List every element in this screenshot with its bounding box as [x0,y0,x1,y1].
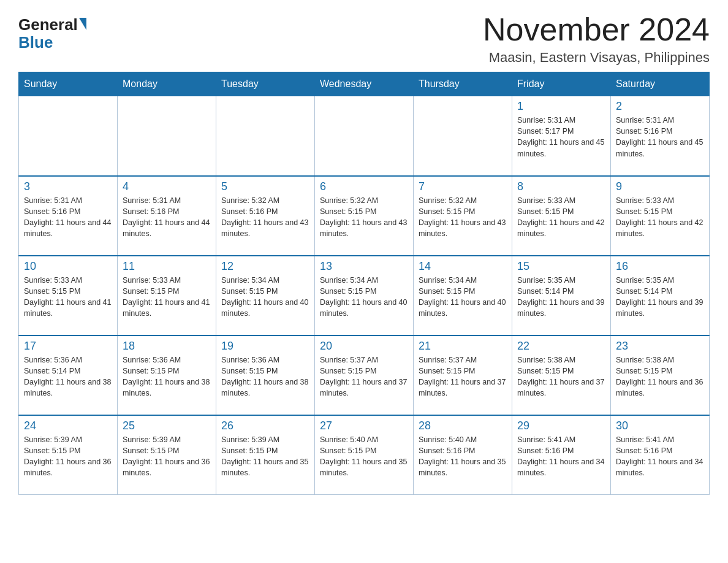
calendar-cell: 11Sunrise: 5:33 AMSunset: 5:15 PMDayligh… [118,256,216,335]
day-number: 2 [616,100,704,113]
calendar-cell: 30Sunrise: 5:41 AMSunset: 5:16 PMDayligh… [611,415,710,495]
subtitle: Maasin, Eastern Visayas, Philippines [483,50,710,66]
day-info: Sunrise: 5:35 AMSunset: 5:14 PMDaylight:… [517,275,605,320]
day-info: Sunrise: 5:32 AMSunset: 5:16 PMDaylight:… [221,195,309,240]
day-info: Sunrise: 5:33 AMSunset: 5:15 PMDaylight:… [616,195,704,240]
day-number: 13 [320,260,408,273]
calendar-cell: 6Sunrise: 5:32 AMSunset: 5:15 PMDaylight… [315,176,414,256]
day-number: 30 [616,419,704,432]
calendar-week-row: 1Sunrise: 5:31 AMSunset: 5:17 PMDaylight… [19,96,710,176]
day-info: Sunrise: 5:33 AMSunset: 5:15 PMDaylight:… [123,275,211,320]
page-header: General Blue November 2024 Maasin, Easte… [18,12,710,66]
calendar-header-tuesday: Tuesday [216,72,315,96]
day-number: 27 [320,419,408,432]
calendar-cell: 18Sunrise: 5:36 AMSunset: 5:15 PMDayligh… [118,335,216,415]
calendar-header-friday: Friday [512,72,611,96]
day-number: 7 [419,180,507,193]
day-info: Sunrise: 5:34 AMSunset: 5:15 PMDaylight:… [221,275,309,320]
calendar-week-row: 17Sunrise: 5:36 AMSunset: 5:14 PMDayligh… [19,335,710,415]
day-info: Sunrise: 5:37 AMSunset: 5:15 PMDaylight:… [320,354,408,399]
day-info: Sunrise: 5:34 AMSunset: 5:15 PMDaylight:… [320,275,408,320]
calendar-week-row: 24Sunrise: 5:39 AMSunset: 5:15 PMDayligh… [19,415,710,495]
calendar-cell: 8Sunrise: 5:33 AMSunset: 5:15 PMDaylight… [512,176,611,256]
day-number: 9 [616,180,704,193]
day-number: 26 [221,419,309,432]
calendar-cell: 28Sunrise: 5:40 AMSunset: 5:16 PMDayligh… [414,415,512,495]
day-number: 12 [221,260,309,273]
calendar-cell: 19Sunrise: 5:36 AMSunset: 5:15 PMDayligh… [216,335,315,415]
calendar-cell [414,96,512,176]
calendar-header-monday: Monday [118,72,216,96]
day-info: Sunrise: 5:36 AMSunset: 5:15 PMDaylight:… [123,354,211,399]
day-info: Sunrise: 5:36 AMSunset: 5:14 PMDaylight:… [24,354,112,399]
calendar-cell: 2Sunrise: 5:31 AMSunset: 5:16 PMDaylight… [611,96,710,176]
day-number: 23 [616,340,704,353]
day-info: Sunrise: 5:40 AMSunset: 5:15 PMDaylight:… [320,434,408,479]
day-number: 24 [24,419,112,432]
day-info: Sunrise: 5:40 AMSunset: 5:16 PMDaylight:… [419,434,507,479]
calendar-header-saturday: Saturday [611,72,710,96]
day-info: Sunrise: 5:31 AMSunset: 5:16 PMDaylight:… [616,115,704,159]
day-info: Sunrise: 5:31 AMSunset: 5:16 PMDaylight:… [24,195,112,240]
calendar-cell: 17Sunrise: 5:36 AMSunset: 5:14 PMDayligh… [19,335,118,415]
day-number: 28 [419,419,507,432]
day-info: Sunrise: 5:31 AMSunset: 5:16 PMDaylight:… [123,195,211,240]
calendar-header-wednesday: Wednesday [315,72,414,96]
calendar-cell: 29Sunrise: 5:41 AMSunset: 5:16 PMDayligh… [512,415,611,495]
day-number: 11 [123,260,211,273]
day-info: Sunrise: 5:39 AMSunset: 5:15 PMDaylight:… [221,434,309,479]
calendar-cell: 3Sunrise: 5:31 AMSunset: 5:16 PMDaylight… [19,176,118,256]
calendar-week-row: 10Sunrise: 5:33 AMSunset: 5:15 PMDayligh… [19,256,710,335]
calendar-cell: 16Sunrise: 5:35 AMSunset: 5:14 PMDayligh… [611,256,710,335]
calendar-cell: 20Sunrise: 5:37 AMSunset: 5:15 PMDayligh… [315,335,414,415]
calendar-header-row: SundayMondayTuesdayWednesdayThursdayFrid… [19,72,710,96]
calendar-header-sunday: Sunday [19,72,118,96]
day-number: 17 [24,340,112,353]
day-info: Sunrise: 5:35 AMSunset: 5:14 PMDaylight:… [616,275,704,320]
day-number: 20 [320,340,408,353]
main-title: November 2024 [483,12,710,47]
day-info: Sunrise: 5:37 AMSunset: 5:15 PMDaylight:… [419,354,507,399]
day-info: Sunrise: 5:32 AMSunset: 5:15 PMDaylight:… [419,195,507,240]
day-info: Sunrise: 5:38 AMSunset: 5:15 PMDaylight:… [616,354,704,399]
calendar-cell: 22Sunrise: 5:38 AMSunset: 5:15 PMDayligh… [512,335,611,415]
calendar-cell: 1Sunrise: 5:31 AMSunset: 5:17 PMDaylight… [512,96,611,176]
day-info: Sunrise: 5:41 AMSunset: 5:16 PMDaylight:… [616,434,704,479]
day-info: Sunrise: 5:32 AMSunset: 5:15 PMDaylight:… [320,195,408,240]
calendar-cell [216,96,315,176]
calendar-cell: 25Sunrise: 5:39 AMSunset: 5:15 PMDayligh… [118,415,216,495]
calendar-cell: 5Sunrise: 5:32 AMSunset: 5:16 PMDaylight… [216,176,315,256]
calendar-cell: 13Sunrise: 5:34 AMSunset: 5:15 PMDayligh… [315,256,414,335]
calendar-cell: 23Sunrise: 5:38 AMSunset: 5:15 PMDayligh… [611,335,710,415]
day-number: 8 [517,180,605,193]
logo-triangle-icon [79,18,86,30]
day-number: 15 [517,260,605,273]
day-number: 29 [517,419,605,432]
calendar-table: SundayMondayTuesdayWednesdayThursdayFrid… [18,72,710,495]
day-number: 4 [123,180,211,193]
day-number: 14 [419,260,507,273]
calendar-cell [19,96,118,176]
day-number: 25 [123,419,211,432]
logo: General Blue [18,15,86,52]
calendar-cell: 12Sunrise: 5:34 AMSunset: 5:15 PMDayligh… [216,256,315,335]
day-info: Sunrise: 5:34 AMSunset: 5:15 PMDaylight:… [419,275,507,320]
day-number: 19 [221,340,309,353]
calendar-cell: 10Sunrise: 5:33 AMSunset: 5:15 PMDayligh… [19,256,118,335]
day-info: Sunrise: 5:41 AMSunset: 5:16 PMDaylight:… [517,434,605,479]
calendar-cell [315,96,414,176]
calendar-cell: 15Sunrise: 5:35 AMSunset: 5:14 PMDayligh… [512,256,611,335]
calendar-cell: 14Sunrise: 5:34 AMSunset: 5:15 PMDayligh… [414,256,512,335]
day-info: Sunrise: 5:36 AMSunset: 5:15 PMDaylight:… [221,354,309,399]
calendar-cell: 9Sunrise: 5:33 AMSunset: 5:15 PMDaylight… [611,176,710,256]
day-info: Sunrise: 5:39 AMSunset: 5:15 PMDaylight:… [24,434,112,479]
calendar-week-row: 3Sunrise: 5:31 AMSunset: 5:16 PMDaylight… [19,176,710,256]
day-info: Sunrise: 5:38 AMSunset: 5:15 PMDaylight:… [517,354,605,399]
calendar-cell: 27Sunrise: 5:40 AMSunset: 5:15 PMDayligh… [315,415,414,495]
day-number: 3 [24,180,112,193]
calendar-cell: 24Sunrise: 5:39 AMSunset: 5:15 PMDayligh… [19,415,118,495]
calendar-cell: 21Sunrise: 5:37 AMSunset: 5:15 PMDayligh… [414,335,512,415]
day-number: 22 [517,340,605,353]
calendar-header-thursday: Thursday [414,72,512,96]
calendar-cell: 26Sunrise: 5:39 AMSunset: 5:15 PMDayligh… [216,415,315,495]
